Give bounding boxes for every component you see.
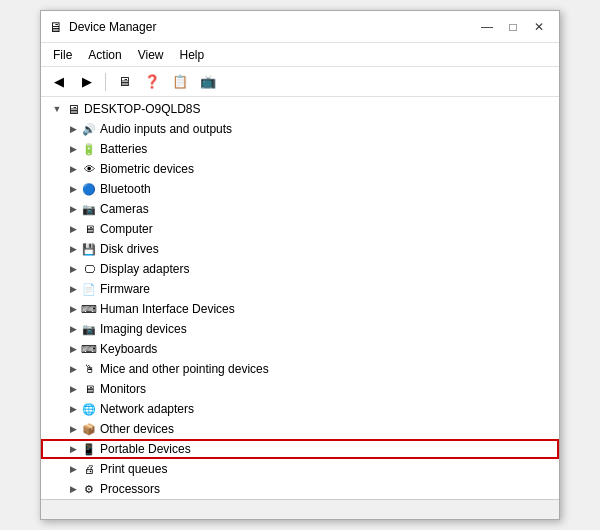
- item-icon: 📦: [81, 421, 97, 437]
- tree-item[interactable]: ▶📦Other devices: [41, 419, 559, 439]
- item-label: Biometric devices: [100, 162, 194, 176]
- tree-item[interactable]: ▶📱Portable Devices: [41, 439, 559, 459]
- item-expander[interactable]: ▶: [65, 301, 81, 317]
- tree-item[interactable]: ▶📷Imaging devices: [41, 319, 559, 339]
- update-btn[interactable]: 📺: [196, 71, 220, 93]
- item-icon: ⌨: [81, 301, 97, 317]
- tree-item[interactable]: ▶🌐Network adapters: [41, 399, 559, 419]
- item-icon: 🖱: [81, 361, 97, 377]
- main-content: ▼ 🖥 DESKTOP-O9QLD8S ▶🔊Audio inputs and o…: [41, 97, 559, 499]
- item-expander[interactable]: ▶: [65, 381, 81, 397]
- item-icon: 🖥: [81, 221, 97, 237]
- item-expander[interactable]: ▶: [65, 421, 81, 437]
- item-icon: ⚙: [81, 481, 97, 497]
- item-expander[interactable]: ▶: [65, 241, 81, 257]
- item-icon: 👁: [81, 161, 97, 177]
- toolbar-separator-1: [105, 73, 106, 91]
- device-manager-icon-btn[interactable]: 🖥: [112, 71, 136, 93]
- window-controls: — □ ✕: [475, 17, 551, 37]
- tree-item[interactable]: ▶🔵Bluetooth: [41, 179, 559, 199]
- tree-item[interactable]: ▶📷Cameras: [41, 199, 559, 219]
- root-label: DESKTOP-O9QLD8S: [84, 102, 200, 116]
- item-expander[interactable]: ▶: [65, 121, 81, 137]
- tree-item[interactable]: ▶⚙Processors: [41, 479, 559, 499]
- item-icon: ⌨: [81, 341, 97, 357]
- item-label: Human Interface Devices: [100, 302, 235, 316]
- item-expander[interactable]: ▶: [65, 261, 81, 277]
- item-expander[interactable]: ▶: [65, 181, 81, 197]
- item-label: Bluetooth: [100, 182, 151, 196]
- item-label: Network adapters: [100, 402, 194, 416]
- root-icon: 🖥: [65, 101, 81, 117]
- item-icon: 🔊: [81, 121, 97, 137]
- item-expander[interactable]: ▶: [65, 361, 81, 377]
- help-icon-btn[interactable]: ❓: [140, 71, 164, 93]
- item-label: Imaging devices: [100, 322, 187, 336]
- item-label: Audio inputs and outputs: [100, 122, 232, 136]
- item-icon: 🔋: [81, 141, 97, 157]
- minimize-button[interactable]: —: [475, 17, 499, 37]
- item-icon: 🖨: [81, 461, 97, 477]
- item-expander[interactable]: ▶: [65, 401, 81, 417]
- device-manager-window: 🖥 Device Manager — □ ✕ File Action View …: [40, 10, 560, 520]
- tree-item[interactable]: ▶💾Disk drives: [41, 239, 559, 259]
- menu-view[interactable]: View: [130, 46, 172, 64]
- tree-item[interactable]: ▶⌨Keyboards: [41, 339, 559, 359]
- item-icon: 📷: [81, 201, 97, 217]
- item-expander[interactable]: ▶: [65, 221, 81, 237]
- title-bar: 🖥 Device Manager — □ ✕: [41, 11, 559, 43]
- root-expander[interactable]: ▼: [49, 101, 65, 117]
- item-expander[interactable]: ▶: [65, 161, 81, 177]
- item-expander[interactable]: ▶: [65, 441, 81, 457]
- item-label: Portable Devices: [100, 442, 191, 456]
- item-label: Other devices: [100, 422, 174, 436]
- tree-item[interactable]: ▶👁Biometric devices: [41, 159, 559, 179]
- item-icon: 💾: [81, 241, 97, 257]
- tree-item[interactable]: ▶🔊Audio inputs and outputs: [41, 119, 559, 139]
- item-expander[interactable]: ▶: [65, 321, 81, 337]
- item-expander[interactable]: ▶: [65, 201, 81, 217]
- tree-item[interactable]: ▶🖱Mice and other pointing devices: [41, 359, 559, 379]
- item-label: Keyboards: [100, 342, 157, 356]
- menu-file[interactable]: File: [45, 46, 80, 64]
- maximize-button[interactable]: □: [501, 17, 525, 37]
- item-expander[interactable]: ▶: [65, 461, 81, 477]
- tree-children: ▶🔊Audio inputs and outputs▶🔋Batteries▶👁B…: [41, 119, 559, 499]
- properties-btn[interactable]: 📋: [168, 71, 192, 93]
- toolbar: ◀ ▶ 🖥 ❓ 📋 📺: [41, 67, 559, 97]
- menu-help[interactable]: Help: [172, 46, 213, 64]
- item-icon: 🖥: [81, 381, 97, 397]
- item-expander[interactable]: ▶: [65, 141, 81, 157]
- tree-item[interactable]: ▶🖵Display adapters: [41, 259, 559, 279]
- item-label: Disk drives: [100, 242, 159, 256]
- item-label: Display adapters: [100, 262, 189, 276]
- tree-item[interactable]: ▶🖥Computer: [41, 219, 559, 239]
- window-icon: 🖥: [49, 19, 63, 35]
- item-icon: 🔵: [81, 181, 97, 197]
- item-icon: 📄: [81, 281, 97, 297]
- item-icon: 🖵: [81, 261, 97, 277]
- tree-item[interactable]: ▶🔋Batteries: [41, 139, 559, 159]
- item-expander[interactable]: ▶: [65, 341, 81, 357]
- status-bar: [41, 499, 559, 519]
- tree-item[interactable]: ▶⌨Human Interface Devices: [41, 299, 559, 319]
- item-expander[interactable]: ▶: [65, 481, 81, 497]
- item-label: Print queues: [100, 462, 167, 476]
- tree-item[interactable]: ▶🖨Print queues: [41, 459, 559, 479]
- tree-item[interactable]: ▶📄Firmware: [41, 279, 559, 299]
- forward-button[interactable]: ▶: [75, 71, 99, 93]
- window-title: Device Manager: [69, 20, 156, 34]
- item-icon: 🌐: [81, 401, 97, 417]
- item-label: Processors: [100, 482, 160, 496]
- tree-root[interactable]: ▼ 🖥 DESKTOP-O9QLD8S: [41, 99, 559, 119]
- item-label: Batteries: [100, 142, 147, 156]
- tree-item[interactable]: ▶🖥Monitors: [41, 379, 559, 399]
- menu-action[interactable]: Action: [80, 46, 129, 64]
- device-tree[interactable]: ▼ 🖥 DESKTOP-O9QLD8S ▶🔊Audio inputs and o…: [41, 97, 559, 499]
- close-button[interactable]: ✕: [527, 17, 551, 37]
- back-button[interactable]: ◀: [47, 71, 71, 93]
- item-expander[interactable]: ▶: [65, 281, 81, 297]
- item-label: Computer: [100, 222, 153, 236]
- title-bar-left: 🖥 Device Manager: [49, 19, 156, 35]
- item-label: Mice and other pointing devices: [100, 362, 269, 376]
